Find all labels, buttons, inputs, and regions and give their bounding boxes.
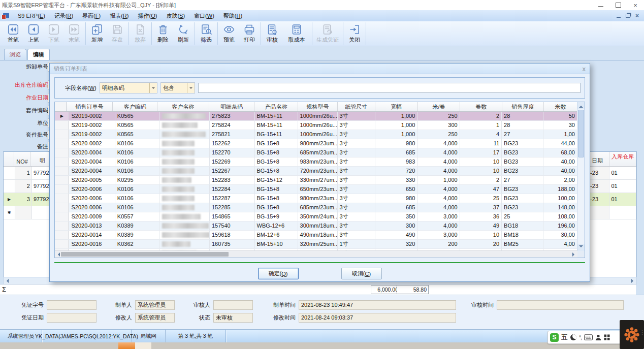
toolbar-button-preview[interactable]: 预览 xyxy=(219,22,239,45)
table-row[interactable]: 8-2301 xyxy=(586,193,636,206)
footer-field[interactable] xyxy=(497,300,624,310)
footer-field[interactable] xyxy=(47,300,96,310)
filter-operator-dropdown[interactable]: 包含 xyxy=(160,82,195,93)
scroll-left-icon[interactable] xyxy=(5,279,9,283)
toolbar-button-filter[interactable]: 筛选 xyxy=(196,22,216,45)
footer-field[interactable]: 未审核 xyxy=(213,313,253,323)
toolbar-button-voucher[interactable]: 生成凭证 xyxy=(313,22,342,45)
column-header-6[interactable]: 纸管尺寸 xyxy=(338,102,375,111)
table-row[interactable]: 8-2301 xyxy=(586,167,636,180)
table-row[interactable]: ▶S2019-0002K0565275823BM-15+111000mm/26u… xyxy=(55,112,577,121)
grid-horizontal-scrollbar[interactable] xyxy=(55,250,577,258)
toolbar-button-prev[interactable]: 上笔 xyxy=(23,22,44,45)
toolbar-button-first[interactable]: 首笔 xyxy=(3,22,23,45)
dialog-close-icon[interactable]: x xyxy=(583,66,586,72)
maximize-button[interactable] xyxy=(609,0,627,10)
footer-field[interactable] xyxy=(47,313,96,323)
toolbar-button-print[interactable]: 打印 xyxy=(239,22,260,45)
toolbar-button-audit[interactable]: 审核 xyxy=(262,22,282,45)
dropdown-arrow-icon[interactable] xyxy=(187,83,195,93)
ok-button[interactable]: 确定(Q) xyxy=(258,268,299,279)
table-row[interactable]: S2020-0016K0362160735BM-15+10320mm/25um.… xyxy=(55,240,577,249)
scroll-right-icon[interactable] xyxy=(572,252,576,257)
toolbar-button-save[interactable]: 存盘 xyxy=(107,22,127,45)
table-row[interactable]: S2020-0013K0389157540WBG-12+6300mm/18um.… xyxy=(55,221,577,231)
table-row[interactable]: S2020-0005K0295152283BG-15+12330mm/27um.… xyxy=(55,176,577,185)
table-row[interactable]: 8-2301 xyxy=(586,180,636,193)
scroll-down-icon[interactable] xyxy=(577,244,585,251)
sogou-logo-icon[interactable]: S xyxy=(550,333,559,342)
wubi-mode-icon[interactable]: 五 xyxy=(561,333,568,342)
vertical-scroll-thumb[interactable] xyxy=(578,110,584,157)
overlay-app-tile[interactable]: ··· xyxy=(620,320,644,349)
filter-field-dropdown[interactable]: 明细条码 xyxy=(100,82,157,93)
column-header-1[interactable]: 客户编码 xyxy=(113,102,157,111)
column-header-10[interactable]: 销售厚度 xyxy=(502,102,544,111)
menu-item-7[interactable]: 帮助(H) xyxy=(219,10,247,21)
scroll-up-icon[interactable] xyxy=(577,102,585,109)
table-row[interactable]: S2020-0006K0106152284BG-15+8650mm/23um..… xyxy=(55,185,577,194)
column-header-7[interactable]: 宽幅 xyxy=(375,102,418,111)
mdi-close-button[interactable]: × xyxy=(635,12,639,19)
dropdown-arrow-icon[interactable] xyxy=(149,83,157,93)
minimize-button[interactable] xyxy=(592,0,609,10)
menu-item-5[interactable]: 皮肤(S) xyxy=(162,10,189,21)
punctuation-icon[interactable]: °, xyxy=(579,335,582,340)
table-row[interactable]: ✱ xyxy=(4,206,54,219)
toolbar-button-cost[interactable]: 取成本 xyxy=(282,22,311,45)
table-row[interactable]: S2020-0014K0389159618BM-12+6490mm/18um..… xyxy=(55,231,577,240)
footer-field[interactable]: 2021-08-23 10:49:47 xyxy=(299,300,456,310)
column-header-0[interactable]: 销售订单号 xyxy=(67,102,113,111)
table-row[interactable]: ▶397792 xyxy=(4,193,54,206)
user-icon[interactable] xyxy=(595,334,601,341)
filter-value-input[interactable] xyxy=(198,83,581,93)
grid-vertical-scrollbar[interactable] xyxy=(577,102,585,251)
menu-item-2[interactable]: 界面(F) xyxy=(78,10,105,21)
horizontal-scroll-thumb[interactable] xyxy=(61,252,229,257)
table-row[interactable]: 297792 xyxy=(4,180,54,193)
column-header-11[interactable]: 米数 xyxy=(544,102,577,111)
table-row[interactable] xyxy=(586,206,636,219)
toolbar-button-new[interactable]: 新增 xyxy=(87,22,107,45)
footer-field[interactable]: 系统管理员 xyxy=(135,313,175,323)
menu-item-0[interactable]: S9 ERP(E) xyxy=(13,10,50,21)
table-row[interactable]: S2019-0002K0565275821BG-15+111000mm/26u.… xyxy=(55,130,577,139)
mdi-restore-button[interactable] xyxy=(626,14,630,18)
toolbar-button-close[interactable]: 关闭 xyxy=(344,22,365,45)
column-header-3[interactable]: 明细条码 xyxy=(209,102,255,111)
table-row[interactable]: S2020-0004K0106152267BG-15+8720mm/23um..… xyxy=(55,167,577,176)
taskbar-active-app[interactable] xyxy=(118,342,135,349)
footer-field[interactable] xyxy=(213,300,253,310)
menu-item-4[interactable]: 操作(O) xyxy=(133,10,162,21)
moon-icon[interactable] xyxy=(570,334,576,340)
tab-edit[interactable]: 编辑 xyxy=(27,49,50,60)
table-row[interactable]: S2020-0004K0106152270BG-15+8685mm/23um..… xyxy=(55,148,577,157)
close-button[interactable]: × xyxy=(627,0,644,10)
toolbox-icon[interactable] xyxy=(604,334,610,340)
table-row[interactable]: S2020-0004K0106152269BG-15+8983mm/23um..… xyxy=(55,157,577,167)
column-header-9[interactable]: 卷数 xyxy=(460,102,502,111)
table-row[interactable]: S2020-0009K0557154865BG-15+9350mm/24um..… xyxy=(55,212,577,221)
column-header-4[interactable]: 产品名称 xyxy=(254,102,298,111)
menu-item-6[interactable]: 窗口(W) xyxy=(189,10,219,21)
table-row[interactable]: S2020-0006K0106152287BG-15+8980mm/23um..… xyxy=(55,194,577,203)
toolbar-button-last[interactable]: 末笔 xyxy=(64,22,84,45)
cancel-button[interactable]: 取消(C) xyxy=(341,268,382,279)
table-row[interactable]: S2020-0006K0106152285BG-15+8685mm/23um..… xyxy=(55,203,577,212)
tab-browse[interactable]: 浏览 xyxy=(4,49,26,60)
table-row[interactable]: S2020-0002K0106152262BG-15+8980mm/23um..… xyxy=(55,139,577,148)
mdi-minimize-button[interactable] xyxy=(617,14,621,18)
menu-item-3[interactable]: 报表(R) xyxy=(105,10,133,21)
footer-field[interactable]: 系统管理员 xyxy=(135,300,175,310)
scroll-left-icon[interactable] xyxy=(56,252,60,257)
scroll-right-icon[interactable] xyxy=(631,279,635,283)
column-header-5[interactable]: 规格型号 xyxy=(298,102,338,111)
toolbar-button-refresh[interactable]: 刷新 xyxy=(173,22,194,45)
table-row[interactable]: 197792 xyxy=(4,167,54,180)
menu-item-1[interactable]: 记录(R) xyxy=(50,10,78,21)
taskbar-app[interactable] xyxy=(135,342,151,349)
toolbar-button-next[interactable]: 下笔 xyxy=(44,22,64,45)
toolbar-button-delete[interactable]: 删除 xyxy=(153,22,173,45)
column-header-8[interactable]: 米/卷 xyxy=(418,102,461,111)
keyboard-icon[interactable] xyxy=(584,334,593,340)
